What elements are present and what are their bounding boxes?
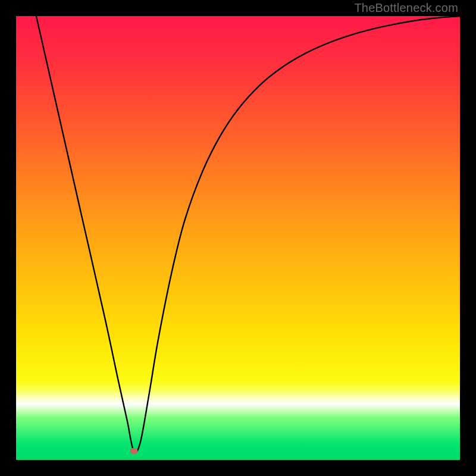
optimal-point-marker (130, 448, 137, 454)
watermark-text: TheBottleneck.com (354, 1, 458, 15)
bottleneck-curve (16, 16, 460, 460)
